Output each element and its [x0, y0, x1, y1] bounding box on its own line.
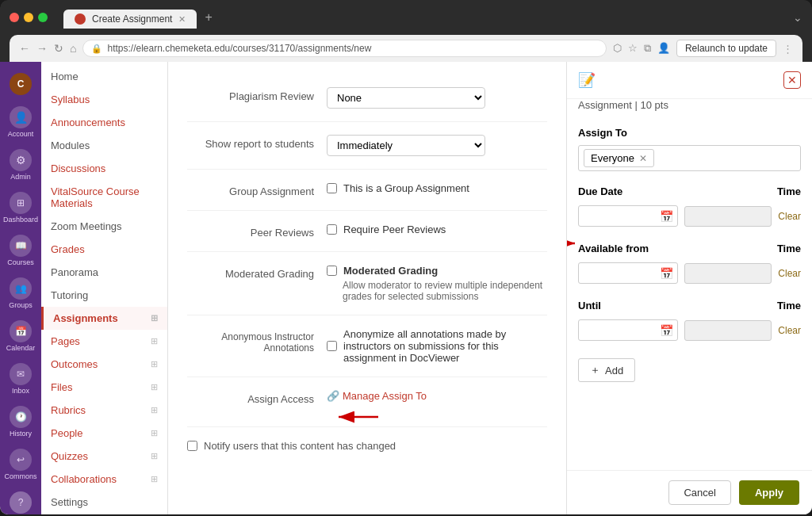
- sidebar-icon-history[interactable]: 🕐 History: [0, 401, 41, 442]
- moderated-grading-field: Moderated Grading Allow moderator to rev…: [327, 265, 547, 302]
- outcomes-nav-icon: ⊞: [151, 359, 158, 369]
- new-tab-button[interactable]: +: [198, 6, 218, 29]
- peer-reviews-checkbox-label[interactable]: Require Peer Reviews: [327, 224, 547, 235]
- available-from-clear-button[interactable]: Clear: [778, 268, 801, 279]
- everyone-input[interactable]: Everyone ✕: [578, 145, 801, 171]
- url-bar[interactable]: 🔒 https://elearn.chemeketa.edu/courses/3…: [82, 40, 606, 57]
- sidebar-item-files[interactable]: Files ⊞: [41, 376, 167, 399]
- sidebar-item-zoom[interactable]: Zoom Meetings: [41, 215, 167, 238]
- manage-assign-to-link[interactable]: 🔗 Manage Assign To: [327, 390, 547, 402]
- apply-button[interactable]: Apply: [739, 480, 799, 505]
- anon-instructor-row: Anonymous Instructor Annotations Anonymi…: [187, 315, 547, 377]
- traffic-light-green[interactable]: [38, 13, 48, 22]
- tab-title: Create Assignment: [92, 13, 172, 25]
- notify-checkbox[interactable]: [187, 441, 197, 451]
- sidebar-icon-history-label: History: [10, 430, 32, 438]
- sidebar-item-people[interactable]: People ⊞: [41, 422, 167, 445]
- add-button[interactable]: ＋ Add: [578, 358, 635, 382]
- sidebar-icon-account[interactable]: 👤 Account: [0, 101, 41, 143]
- extension-icon[interactable]: ⧉: [644, 42, 651, 55]
- traffic-light-red[interactable]: [10, 13, 19, 22]
- sidebar-icon-inbox[interactable]: ✉ Inbox: [0, 358, 41, 399]
- sidebar-item-vitalsource[interactable]: VitalSource Course Materials: [41, 180, 167, 215]
- moderated-grading-checkbox[interactable]: [327, 266, 337, 276]
- peer-reviews-checkbox[interactable]: [327, 224, 337, 235]
- peer-reviews-field: Require Peer Reviews: [327, 224, 547, 239]
- sidebar-item-discussions[interactable]: Discussions: [41, 157, 167, 180]
- available-from-input-wrap: 📅: [578, 262, 678, 284]
- available-from-label: Available from: [578, 243, 649, 254]
- available-from-time-select[interactable]: [684, 263, 772, 284]
- due-date-input-wrap: 📅: [578, 205, 678, 227]
- notify-row: Notify users that this content has chang…: [187, 427, 547, 464]
- sidebar-item-settings[interactable]: Settings: [41, 491, 167, 514]
- sidebar-item-tutoring[interactable]: Tutoring: [41, 284, 167, 307]
- panel-close-button[interactable]: ✕: [783, 71, 801, 89]
- show-report-field: Immediately After grading Never: [327, 135, 547, 156]
- sidebar-icon-commons[interactable]: ↩ Commons: [0, 444, 41, 485]
- back-button[interactable]: ←: [19, 42, 30, 55]
- group-assignment-checkbox[interactable]: [327, 183, 337, 193]
- sidebar-item-home[interactable]: Home: [41, 65, 167, 88]
- until-clear-button[interactable]: Clear: [778, 325, 801, 336]
- tab-close-button[interactable]: ✕: [178, 14, 186, 25]
- sidebar-icon-avatar[interactable]: C: [0, 68, 41, 100]
- sidebar-icon-courses[interactable]: 📖 Courses: [0, 230, 41, 271]
- moderated-grading-checkbox-label[interactable]: Moderated Grading: [327, 265, 547, 277]
- sidebar-icon-dashboard[interactable]: ⊞ Dashboard: [0, 187, 41, 228]
- sidebar-item-panorama[interactable]: Panorama: [41, 261, 167, 284]
- home-button[interactable]: ⌂: [70, 42, 76, 55]
- show-report-select[interactable]: Immediately After grading Never: [327, 135, 485, 156]
- anon-instructor-checkbox[interactable]: [327, 341, 337, 351]
- due-date-row: 📅 Clear: [578, 205, 801, 227]
- reload-button[interactable]: ↻: [54, 42, 63, 55]
- sidebar-icon-calendar[interactable]: 📅 Calendar: [0, 315, 41, 357]
- bookmark-icon[interactable]: ☆: [628, 42, 638, 55]
- sidebar-icon-admin[interactable]: ⚙ Admin: [0, 144, 41, 185]
- sidebar-item-modules[interactable]: Modules: [41, 134, 167, 157]
- arrow-svg: [335, 405, 382, 429]
- collaborations-nav-icon: ⊞: [151, 474, 158, 484]
- sidebar-icon-help[interactable]: ? Help: [0, 487, 41, 514]
- plus-icon: ＋: [590, 363, 600, 377]
- show-report-row: Show report to students Immediately Afte…: [187, 122, 547, 170]
- browser-options-icon[interactable]: ⋮: [783, 43, 793, 55]
- sidebar-item-assignments[interactable]: Assignments ⊞: [41, 307, 167, 330]
- peer-reviews-row: Peer Reviews Require Peer Reviews: [187, 211, 547, 252]
- anon-instructor-label: Anonymous Instructor Annotations: [187, 328, 314, 364]
- browser-menu-button[interactable]: ⌄: [793, 11, 802, 24]
- due-date-clear-button[interactable]: Clear: [778, 211, 801, 222]
- everyone-tag: Everyone ✕: [584, 149, 654, 167]
- forward-button[interactable]: →: [36, 42, 48, 55]
- sidebar-item-pages[interactable]: Pages ⊞: [41, 330, 167, 353]
- sidebar-item-quizzes[interactable]: Quizzes ⊞: [41, 445, 167, 468]
- profile-icon[interactable]: 👤: [657, 42, 670, 55]
- due-date-section: Due Date Time 📅 Clear: [567, 179, 812, 236]
- sidebar-item-grades[interactable]: Grades: [41, 238, 167, 261]
- available-from-cal-icon: 📅: [660, 267, 673, 280]
- until-time-select[interactable]: [684, 320, 772, 341]
- files-nav-icon: ⊞: [151, 382, 158, 392]
- sidebar-item-syllabus[interactable]: Syllabus: [41, 88, 167, 111]
- sidebar-item-announcements[interactable]: Announcements: [41, 111, 167, 134]
- sidebar-icon-admin-label: Admin: [10, 173, 31, 181]
- sidebar-item-collaborations[interactable]: Collaborations ⊞: [41, 468, 167, 491]
- anon-instructor-checkbox-label[interactable]: Anonymize all annotations made by instru…: [327, 328, 547, 364]
- cast-icon[interactable]: ⬡: [613, 42, 622, 55]
- people-nav-icon: ⊞: [151, 428, 158, 438]
- group-assignment-checkbox-label[interactable]: This is a Group Assignment: [327, 182, 547, 194]
- sidebar-item-outcomes[interactable]: Outcomes ⊞: [41, 353, 167, 376]
- panel-header: 📝 ✕: [567, 62, 812, 99]
- sidebar-item-rubrics[interactable]: Rubrics ⊞: [41, 399, 167, 422]
- add-label: Add: [605, 365, 623, 376]
- plagiarism-select[interactable]: None Turnitin VeriCite: [327, 87, 485, 109]
- relaunch-button[interactable]: Relaunch to update: [676, 40, 776, 57]
- panel-body: Assign To Everyone ✕ Due Date Time: [567, 119, 812, 470]
- due-date-time-select[interactable]: [684, 206, 772, 227]
- cancel-button[interactable]: Cancel: [668, 480, 730, 505]
- active-tab[interactable]: Create Assignment ✕: [63, 10, 197, 29]
- traffic-light-yellow[interactable]: [24, 13, 33, 22]
- icon-sidebar: C 👤 Account ⚙ Admin ⊞ Dashboard 📖 Course…: [0, 62, 41, 514]
- sidebar-icon-groups[interactable]: 👥 Groups: [0, 273, 41, 314]
- everyone-tag-remove[interactable]: ✕: [639, 153, 647, 164]
